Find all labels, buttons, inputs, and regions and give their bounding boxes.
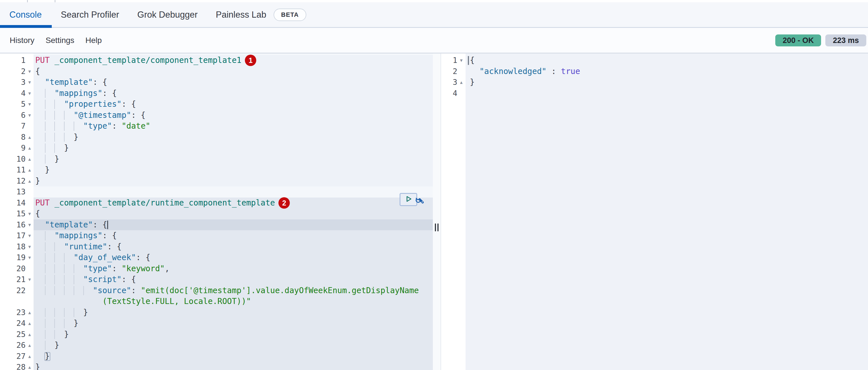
line-number: 11	[0, 165, 26, 176]
request-options-button[interactable]	[414, 194, 425, 205]
code-line[interactable]: "day_of_week": {	[34, 252, 433, 263]
indent-guide	[45, 143, 45, 153]
fold-open-icon[interactable]: ▾	[26, 88, 33, 99]
code-line[interactable]: }	[34, 165, 433, 176]
fold-close-icon[interactable]: ▴	[26, 132, 33, 143]
request-editor-code[interactable]: PUT _component_template/component_templa…	[34, 54, 433, 370]
panel-resize-handle[interactable]	[433, 54, 441, 370]
fold-close-icon[interactable]: ▴	[26, 362, 33, 370]
fold-open-icon[interactable]: ▾	[26, 77, 33, 88]
indent-guide	[54, 133, 55, 142]
fold-open-icon[interactable]: ▾	[26, 220, 33, 231]
code-line[interactable]: (TextStyle.FULL, Locale.ROOT))"	[34, 296, 433, 307]
fold-open-icon[interactable]: ▾	[26, 208, 33, 220]
code-line[interactable]: }	[34, 132, 433, 143]
fold-open-icon[interactable]: ▾	[458, 55, 465, 66]
line-number: 23	[0, 307, 26, 318]
console-menu: HistorySettingsHelp	[10, 28, 102, 53]
line-number: 16	[0, 220, 26, 231]
fold-close-icon[interactable]: ▴	[458, 77, 465, 88]
code-line[interactable]: }	[34, 362, 433, 370]
tab-console[interactable]: Console	[0, 2, 52, 27]
code-line[interactable]: }	[34, 307, 433, 318]
code-line[interactable]: "acknowledged" : true	[466, 66, 868, 77]
code-line[interactable]: }	[34, 318, 433, 329]
indent-guide	[54, 99, 55, 109]
code-line[interactable]: {	[466, 55, 868, 66]
code-token: {	[35, 209, 40, 218]
code-line[interactable]: "type": "date"	[34, 121, 433, 132]
request-editor-panel[interactable]: 12▾3▾4▾5▾6▾78▴9▴10▴11▴12▴131415▾16▾17▾18…	[0, 54, 433, 370]
indent-guide	[64, 133, 65, 142]
code-line[interactable]: {	[34, 208, 433, 220]
code-line[interactable]: }	[34, 351, 433, 362]
code-line[interactable]: }	[34, 176, 433, 187]
tab-painless-lab[interactable]: Painless LabBETA	[207, 2, 315, 27]
line-number: 10	[0, 154, 26, 165]
code-token: : {	[93, 78, 107, 87]
fold-close-icon[interactable]: ▴	[26, 351, 33, 362]
code-line[interactable]: PUT _component_template/runtime_componen…	[34, 198, 433, 209]
indent-guide	[74, 275, 74, 284]
menu-item-help[interactable]: Help	[85, 36, 102, 45]
indent-guide	[45, 242, 45, 252]
code-line[interactable]: "template": {	[34, 77, 433, 88]
code-line[interactable]: }	[466, 77, 868, 88]
fold-close-icon[interactable]: ▴	[26, 340, 33, 351]
code-token: : {	[102, 231, 117, 240]
fold-open-icon[interactable]: ▾	[26, 274, 33, 285]
line-number: 26	[0, 340, 26, 351]
fold-close-icon[interactable]: ▴	[26, 143, 33, 154]
code-token: "@timestamp"	[74, 110, 131, 120]
code-line[interactable]: }	[34, 143, 433, 154]
fold-close-icon[interactable]: ▴	[26, 329, 33, 340]
code-line[interactable]: }	[34, 340, 433, 351]
code-line[interactable]: PUT _component_template/component_templa…	[34, 55, 433, 66]
matching-brace-highlight	[44, 352, 50, 361]
code-line[interactable]: "source": "emit(doc['@timestamp'].value.…	[34, 285, 433, 296]
line-number: 5	[0, 99, 26, 110]
line-number: 7	[0, 121, 26, 132]
fold-open-icon[interactable]: ▾	[26, 99, 33, 110]
code-line[interactable]: "runtime": {	[34, 241, 433, 252]
fold-close-icon[interactable]: ▴	[26, 318, 33, 329]
code-line[interactable]: "script": {	[34, 274, 433, 285]
text-cursor	[107, 221, 108, 229]
code-line[interactable]: }	[34, 329, 433, 340]
code-line[interactable]: "mappings": {	[34, 88, 433, 99]
code-line[interactable]: }	[34, 154, 433, 165]
code-line[interactable]: "type": "keyword",	[34, 263, 433, 274]
fold-open-icon[interactable]: ▾	[26, 241, 33, 252]
fold-close-icon[interactable]: ▴	[26, 165, 33, 176]
code-token: true	[561, 66, 580, 76]
tab-search-profiler[interactable]: Search Profiler	[52, 2, 128, 27]
indent-guide	[54, 275, 55, 284]
callout-badge: 2	[278, 197, 290, 209]
code-line[interactable]: "mappings": {	[34, 230, 433, 241]
code-line[interactable]	[34, 187, 433, 198]
code-line[interactable]: "@timestamp": {	[34, 110, 433, 121]
code-line[interactable]: "template": {	[34, 220, 433, 231]
code-line[interactable]: "properties": {	[34, 99, 433, 110]
fold-open-icon[interactable]: ▾	[26, 230, 33, 241]
tab-grok-debugger[interactable]: Grok Debugger	[128, 2, 207, 27]
line-number: 22	[0, 285, 26, 296]
line-number: 18	[0, 241, 26, 252]
code-line[interactable]	[466, 88, 868, 99]
fold-close-icon[interactable]: ▴	[26, 307, 33, 318]
fold-close-icon[interactable]: ▴	[26, 176, 33, 187]
code-token	[35, 121, 83, 131]
response-editor-panel[interactable]: 1▾23▴4 { "acknowledged" : true}	[441, 54, 868, 370]
code-token: "acknowledged"	[479, 66, 547, 76]
menu-item-history[interactable]: History	[10, 36, 34, 45]
resize-grip-bar	[435, 223, 436, 231]
menu-item-settings[interactable]: Settings	[45, 36, 74, 45]
fold-open-icon[interactable]: ▾	[26, 252, 33, 263]
fold-close-icon[interactable]: ▴	[26, 154, 33, 165]
response-editor-code[interactable]: { "acknowledged" : true}	[466, 54, 868, 370]
line-number: 2	[0, 66, 26, 77]
fold-open-icon[interactable]: ▾	[26, 66, 33, 77]
line-number: 17	[0, 230, 26, 241]
fold-open-icon[interactable]: ▾	[26, 110, 33, 121]
code-line[interactable]: {	[34, 66, 433, 77]
